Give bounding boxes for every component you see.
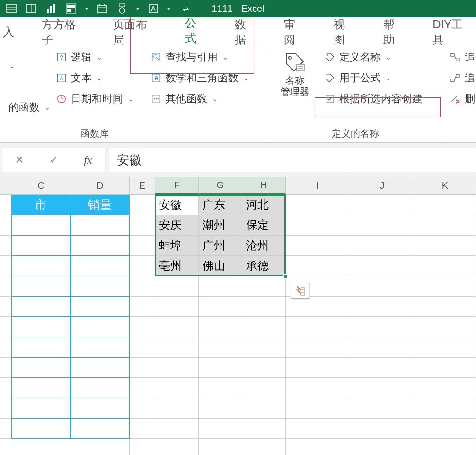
confirm-icon[interactable]: ✓ [44, 153, 64, 166]
col-header-c[interactable]: C [11, 177, 71, 195]
cell[interactable] [0, 439, 11, 455]
cell[interactable] [155, 419, 199, 439]
cell[interactable] [155, 439, 199, 455]
cell[interactable] [350, 195, 414, 215]
cell[interactable] [155, 276, 199, 297]
cell[interactable] [242, 358, 286, 378]
cell[interactable] [242, 398, 286, 419]
col-header-i[interactable]: I [286, 177, 350, 195]
cell[interactable] [199, 439, 242, 455]
cell[interactable] [286, 256, 350, 276]
cell[interactable] [414, 236, 476, 256]
cell[interactable] [130, 317, 155, 337]
cell[interactable] [286, 195, 350, 215]
cell[interactable] [414, 378, 476, 398]
cell[interactable] [71, 276, 130, 297]
remove-arrows-button[interactable]: 删 [448, 91, 476, 107]
cell[interactable] [242, 337, 286, 358]
cell[interactable] [0, 358, 11, 378]
col-header-e[interactable]: E [130, 177, 155, 195]
cell[interactable] [0, 398, 11, 419]
chevron-down-icon[interactable]: ▾ [167, 5, 170, 12]
cell[interactable] [350, 378, 414, 398]
cell[interactable] [350, 236, 414, 256]
cell[interactable] [130, 419, 155, 439]
create-from-selection-button[interactable]: 根据所选内容创建 [322, 91, 424, 107]
cell[interactable] [71, 358, 130, 378]
col-header-k[interactable]: K [414, 177, 476, 195]
cell[interactable] [130, 215, 155, 236]
cell[interactable] [130, 236, 155, 256]
cell[interactable] [71, 439, 130, 455]
cell[interactable] [242, 439, 286, 455]
cell[interactable] [0, 378, 11, 398]
selection-handle[interactable] [283, 274, 288, 279]
cell[interactable] [155, 378, 199, 398]
cell-h1[interactable]: 河北 [242, 195, 286, 215]
trace-dependents-button[interactable]: 追 [448, 70, 476, 86]
math-functions-button[interactable]: θ 数学和三角函数⌄ [149, 70, 251, 86]
cell[interactable] [350, 276, 414, 297]
cell[interactable] [286, 378, 350, 398]
cell[interactable] [71, 419, 130, 439]
table-header-city[interactable]: 市 [11, 195, 71, 215]
cell[interactable] [0, 195, 11, 215]
cell-f1[interactable]: 安徽 [155, 195, 199, 215]
formula-input[interactable]: 安徽 [109, 148, 476, 172]
cell-f4[interactable]: 亳州 [155, 256, 199, 276]
fx-icon[interactable]: fx [78, 154, 97, 166]
cell[interactable] [286, 337, 350, 358]
cell[interactable] [350, 439, 414, 455]
cell[interactable] [11, 419, 71, 439]
col-header[interactable] [0, 177, 11, 195]
cell[interactable] [11, 317, 71, 337]
cell[interactable] [71, 317, 130, 337]
cell[interactable] [350, 398, 414, 419]
cell[interactable] [414, 358, 476, 378]
cell[interactable] [286, 317, 350, 337]
cell-f3[interactable]: 蚌埠 [155, 236, 199, 256]
cell[interactable] [71, 256, 130, 276]
cell[interactable] [286, 236, 350, 256]
name-manager-button[interactable]: 名称 管理器 [277, 49, 313, 125]
cell[interactable] [11, 337, 71, 358]
col-header-f[interactable]: F [155, 177, 199, 195]
define-name-button[interactable]: 定义名称⌄ [322, 49, 424, 65]
table-header-sales[interactable]: 销量 [71, 195, 130, 215]
cell[interactable] [286, 358, 350, 378]
cell[interactable] [414, 195, 476, 215]
cell[interactable] [130, 297, 155, 317]
cell[interactable] [199, 276, 242, 297]
cell[interactable] [242, 297, 286, 317]
cell[interactable] [71, 398, 130, 419]
cell[interactable] [130, 398, 155, 419]
cell[interactable] [11, 297, 71, 317]
cell-g4[interactable]: 佛山 [199, 256, 242, 276]
cell[interactable] [130, 358, 155, 378]
cell[interactable] [199, 398, 242, 419]
cell[interactable] [0, 215, 11, 236]
cell[interactable] [286, 215, 350, 236]
cell[interactable] [11, 256, 71, 276]
cell[interactable] [11, 378, 71, 398]
cell[interactable] [242, 378, 286, 398]
cell[interactable] [286, 439, 350, 455]
cell-h2[interactable]: 保定 [242, 215, 286, 236]
cell-f2[interactable]: 安庆 [155, 215, 199, 236]
cell[interactable] [71, 337, 130, 358]
cell[interactable] [286, 398, 350, 419]
cell[interactable] [350, 215, 414, 236]
cell[interactable] [11, 439, 71, 455]
cell-g2[interactable]: 潮州 [199, 215, 242, 236]
datetime-functions-button[interactable]: 日期和时间⌄ [54, 91, 135, 107]
cell[interactable] [350, 358, 414, 378]
dropdown-button[interactable]: ⌄ [7, 61, 52, 70]
cell[interactable] [414, 337, 476, 358]
cell[interactable] [350, 297, 414, 317]
text-functions-button[interactable]: A 文本⌄ [54, 70, 135, 86]
cell[interactable] [71, 297, 130, 317]
cell[interactable] [155, 337, 199, 358]
cell[interactable] [199, 337, 242, 358]
cell[interactable] [199, 378, 242, 398]
cell[interactable] [242, 276, 286, 297]
